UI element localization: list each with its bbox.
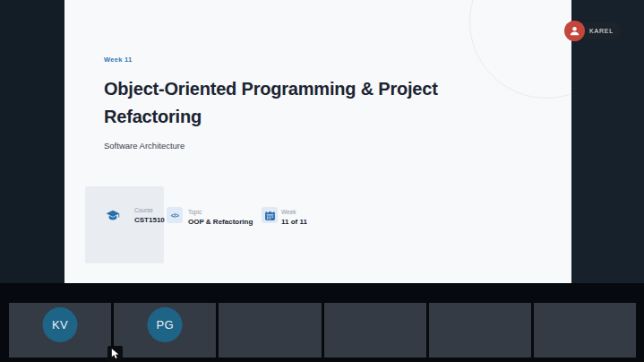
info-panel-background xyxy=(85,186,164,263)
presentation-slide: Week 11 Object-Oriented Programming & Pr… xyxy=(64,0,571,283)
participant-tile-pg[interactable]: PG xyxy=(114,303,216,358)
presenter-avatar-icon xyxy=(564,21,585,41)
calendar-icon xyxy=(262,207,278,223)
info-value: OOP & Refactoring xyxy=(188,218,253,226)
slide-title-line2: Refactoring xyxy=(104,103,438,131)
info-label: Week xyxy=(281,209,307,215)
stage-right-margin xyxy=(571,0,644,283)
meeting-window: Week 11 Object-Oriented Programming & Pr… xyxy=(0,0,644,362)
week-kicker: Week 11 xyxy=(104,56,133,64)
stage-left-margin xyxy=(0,0,64,283)
avatar: PG xyxy=(148,307,183,342)
decorative-circle xyxy=(469,0,571,99)
info-value: 11 of 11 xyxy=(281,218,307,226)
code-icon: </> xyxy=(167,207,183,223)
participant-filmstrip: KV PG xyxy=(0,283,644,362)
participant-tile-kv[interactable]: KV xyxy=(9,303,111,358)
graduation-cap-icon xyxy=(106,209,120,221)
info-value: CST1510 xyxy=(134,216,165,224)
avatar: KV xyxy=(43,307,78,342)
info-label: Topic xyxy=(188,209,253,215)
info-label: Course xyxy=(134,207,165,213)
info-item-week: Week 11 of 11 xyxy=(262,207,307,226)
info-item-course: Course CST1510 xyxy=(106,207,165,224)
presenter-name-badge[interactable]: KAREL xyxy=(564,21,614,41)
info-item-topic: </> Topic OOP & Refactoring xyxy=(167,207,253,226)
slide-title-line1: Object-Oriented Programming & Project xyxy=(104,75,438,103)
remote-cursor-icon xyxy=(107,346,123,362)
participant-tile-empty[interactable] xyxy=(219,303,321,358)
slide-title: Object-Oriented Programming & Project Re… xyxy=(104,75,438,131)
slide-subtitle: Software Architecture xyxy=(104,141,185,151)
participant-tile-empty[interactable] xyxy=(324,303,426,358)
participant-tile-empty[interactable] xyxy=(429,303,531,358)
screenshare-stage: Week 11 Object-Oriented Programming & Pr… xyxy=(0,0,644,283)
participant-tile-empty[interactable] xyxy=(534,303,636,358)
